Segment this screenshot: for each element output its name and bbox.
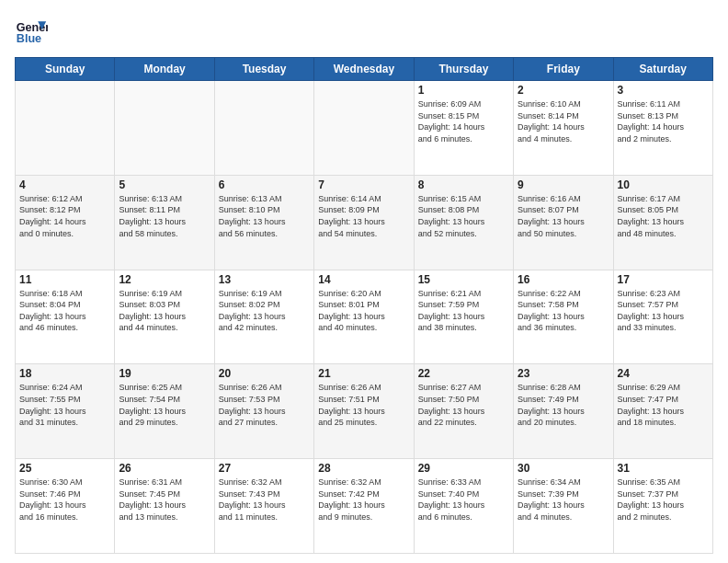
day-info: Sunrise: 6:35 AMSunset: 7:37 PMDaylight:… bbox=[618, 477, 709, 523]
logo: General Blue bbox=[15, 15, 48, 48]
calendar-cell: 12Sunrise: 6:19 AMSunset: 8:03 PMDayligh… bbox=[115, 270, 214, 364]
weekday-tuesday: Tuesday bbox=[214, 58, 313, 81]
day-number: 4 bbox=[19, 178, 110, 191]
day-number: 6 bbox=[219, 178, 310, 191]
day-number: 5 bbox=[119, 178, 210, 191]
day-info: Sunrise: 6:12 AMSunset: 8:12 PMDaylight:… bbox=[19, 193, 110, 239]
svg-text:Blue: Blue bbox=[17, 32, 41, 45]
weekday-header-row: SundayMondayTuesdayWednesdayThursdayFrid… bbox=[16, 58, 713, 81]
calendar-cell: 5Sunrise: 6:13 AMSunset: 8:11 PMDaylight… bbox=[115, 175, 214, 270]
day-number: 13 bbox=[219, 273, 310, 286]
calendar-cell: 1Sunrise: 6:09 AMSunset: 8:15 PMDaylight… bbox=[414, 81, 513, 176]
calendar-cell: 7Sunrise: 6:14 AMSunset: 8:09 PMDaylight… bbox=[314, 175, 414, 270]
calendar-cell: 14Sunrise: 6:20 AMSunset: 8:01 PMDayligh… bbox=[314, 270, 414, 364]
calendar-cell: 22Sunrise: 6:27 AMSunset: 7:50 PMDayligh… bbox=[414, 364, 513, 459]
day-info: Sunrise: 6:23 AMSunset: 7:57 PMDaylight:… bbox=[618, 288, 709, 334]
day-info: Sunrise: 6:19 AMSunset: 8:03 PMDaylight:… bbox=[119, 288, 210, 334]
day-number: 14 bbox=[318, 273, 409, 286]
calendar-cell: 13Sunrise: 6:19 AMSunset: 8:02 PMDayligh… bbox=[214, 270, 313, 364]
day-info: Sunrise: 6:16 AMSunset: 8:07 PMDaylight:… bbox=[518, 193, 609, 239]
week-row-2: 4Sunrise: 6:12 AMSunset: 8:12 PMDaylight… bbox=[16, 175, 713, 270]
logo-icon: General Blue bbox=[15, 15, 48, 48]
calendar-cell: 29Sunrise: 6:33 AMSunset: 7:40 PMDayligh… bbox=[414, 459, 513, 554]
day-info: Sunrise: 6:18 AMSunset: 8:04 PMDaylight:… bbox=[19, 288, 110, 334]
day-info: Sunrise: 6:21 AMSunset: 7:59 PMDaylight:… bbox=[418, 288, 509, 334]
day-number: 25 bbox=[19, 462, 110, 475]
weekday-wednesday: Wednesday bbox=[314, 58, 414, 81]
calendar-cell bbox=[314, 81, 414, 176]
day-info: Sunrise: 6:31 AMSunset: 7:45 PMDaylight:… bbox=[119, 477, 210, 523]
day-number: 17 bbox=[618, 273, 709, 286]
calendar-cell bbox=[214, 81, 313, 176]
day-info: Sunrise: 6:13 AMSunset: 8:10 PMDaylight:… bbox=[219, 193, 310, 239]
day-number: 12 bbox=[119, 273, 210, 286]
day-number: 24 bbox=[618, 367, 709, 380]
calendar-cell: 27Sunrise: 6:32 AMSunset: 7:43 PMDayligh… bbox=[214, 459, 313, 554]
day-number: 3 bbox=[618, 84, 709, 97]
calendar-cell: 8Sunrise: 6:15 AMSunset: 8:08 PMDaylight… bbox=[414, 175, 513, 270]
day-info: Sunrise: 6:19 AMSunset: 8:02 PMDaylight:… bbox=[219, 288, 310, 334]
calendar-cell: 26Sunrise: 6:31 AMSunset: 7:45 PMDayligh… bbox=[115, 459, 214, 554]
day-number: 20 bbox=[219, 367, 310, 380]
day-info: Sunrise: 6:32 AMSunset: 7:42 PMDaylight:… bbox=[318, 477, 409, 523]
day-info: Sunrise: 6:09 AMSunset: 8:15 PMDaylight:… bbox=[418, 98, 509, 144]
calendar-cell: 25Sunrise: 6:30 AMSunset: 7:46 PMDayligh… bbox=[16, 459, 115, 554]
calendar-cell: 16Sunrise: 6:22 AMSunset: 7:58 PMDayligh… bbox=[514, 270, 613, 364]
calendar-cell: 28Sunrise: 6:32 AMSunset: 7:42 PMDayligh… bbox=[314, 459, 414, 554]
calendar-table: SundayMondayTuesdayWednesdayThursdayFrid… bbox=[15, 57, 713, 554]
day-number: 29 bbox=[418, 462, 509, 475]
day-number: 9 bbox=[518, 178, 609, 191]
calendar-cell bbox=[16, 81, 115, 176]
calendar-cell: 21Sunrise: 6:26 AMSunset: 7:51 PMDayligh… bbox=[314, 364, 414, 459]
day-number: 28 bbox=[318, 462, 409, 475]
day-info: Sunrise: 6:10 AMSunset: 8:14 PMDaylight:… bbox=[518, 98, 609, 144]
calendar-cell: 15Sunrise: 6:21 AMSunset: 7:59 PMDayligh… bbox=[414, 270, 513, 364]
day-number: 8 bbox=[418, 178, 509, 191]
day-info: Sunrise: 6:29 AMSunset: 7:47 PMDaylight:… bbox=[618, 382, 709, 428]
day-info: Sunrise: 6:22 AMSunset: 7:58 PMDaylight:… bbox=[518, 288, 609, 334]
weekday-saturday: Saturday bbox=[613, 58, 712, 81]
calendar-cell: 24Sunrise: 6:29 AMSunset: 7:47 PMDayligh… bbox=[613, 364, 712, 459]
header: General Blue bbox=[15, 15, 713, 48]
day-info: Sunrise: 6:27 AMSunset: 7:50 PMDaylight:… bbox=[418, 382, 509, 428]
calendar-cell: 17Sunrise: 6:23 AMSunset: 7:57 PMDayligh… bbox=[613, 270, 712, 364]
calendar-cell: 31Sunrise: 6:35 AMSunset: 7:37 PMDayligh… bbox=[613, 459, 712, 554]
day-number: 27 bbox=[219, 462, 310, 475]
calendar-cell: 23Sunrise: 6:28 AMSunset: 7:49 PMDayligh… bbox=[514, 364, 613, 459]
day-number: 1 bbox=[418, 84, 509, 97]
day-number: 22 bbox=[418, 367, 509, 380]
day-info: Sunrise: 6:30 AMSunset: 7:46 PMDaylight:… bbox=[19, 477, 110, 523]
calendar-cell bbox=[115, 81, 214, 176]
day-info: Sunrise: 6:32 AMSunset: 7:43 PMDaylight:… bbox=[219, 477, 310, 523]
day-info: Sunrise: 6:26 AMSunset: 7:53 PMDaylight:… bbox=[219, 382, 310, 428]
week-row-5: 25Sunrise: 6:30 AMSunset: 7:46 PMDayligh… bbox=[16, 459, 713, 554]
calendar-cell: 10Sunrise: 6:17 AMSunset: 8:05 PMDayligh… bbox=[613, 175, 712, 270]
day-number: 31 bbox=[618, 462, 709, 475]
calendar-cell: 20Sunrise: 6:26 AMSunset: 7:53 PMDayligh… bbox=[214, 364, 313, 459]
weekday-thursday: Thursday bbox=[414, 58, 513, 81]
calendar-cell: 11Sunrise: 6:18 AMSunset: 8:04 PMDayligh… bbox=[16, 270, 115, 364]
weekday-monday: Monday bbox=[115, 58, 214, 81]
day-info: Sunrise: 6:28 AMSunset: 7:49 PMDaylight:… bbox=[518, 382, 609, 428]
day-info: Sunrise: 6:20 AMSunset: 8:01 PMDaylight:… bbox=[318, 288, 409, 334]
week-row-3: 11Sunrise: 6:18 AMSunset: 8:04 PMDayligh… bbox=[16, 270, 713, 364]
calendar-cell: 18Sunrise: 6:24 AMSunset: 7:55 PMDayligh… bbox=[16, 364, 115, 459]
calendar-cell: 4Sunrise: 6:12 AMSunset: 8:12 PMDaylight… bbox=[16, 175, 115, 270]
day-number: 15 bbox=[418, 273, 509, 286]
day-number: 11 bbox=[19, 273, 110, 286]
day-number: 7 bbox=[318, 178, 409, 191]
week-row-4: 18Sunrise: 6:24 AMSunset: 7:55 PMDayligh… bbox=[16, 364, 713, 459]
day-number: 19 bbox=[119, 367, 210, 380]
week-row-1: 1Sunrise: 6:09 AMSunset: 8:15 PMDaylight… bbox=[16, 81, 713, 176]
day-number: 2 bbox=[518, 84, 609, 97]
day-info: Sunrise: 6:14 AMSunset: 8:09 PMDaylight:… bbox=[318, 193, 409, 239]
calendar-cell: 2Sunrise: 6:10 AMSunset: 8:14 PMDaylight… bbox=[514, 81, 613, 176]
day-number: 18 bbox=[19, 367, 110, 380]
day-number: 26 bbox=[119, 462, 210, 475]
day-number: 30 bbox=[518, 462, 609, 475]
weekday-sunday: Sunday bbox=[16, 58, 115, 81]
page: General Blue SundayMondayTuesdayWednesda… bbox=[0, 0, 728, 563]
day-number: 10 bbox=[618, 178, 709, 191]
day-info: Sunrise: 6:25 AMSunset: 7:54 PMDaylight:… bbox=[119, 382, 210, 428]
day-number: 16 bbox=[518, 273, 609, 286]
